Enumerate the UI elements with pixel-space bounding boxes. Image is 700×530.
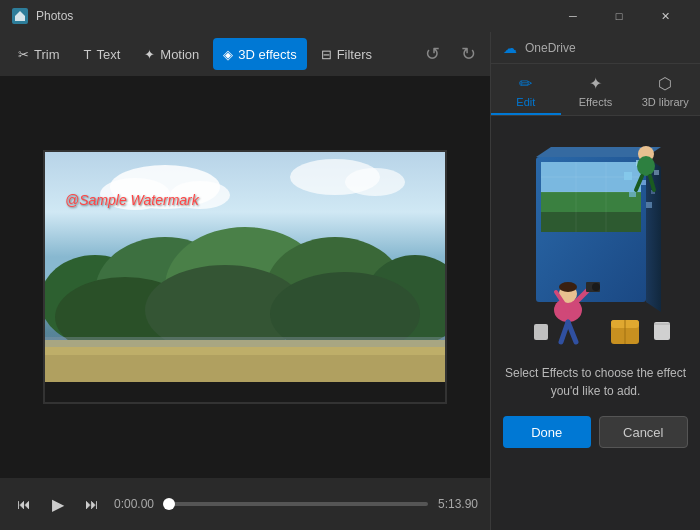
svg-point-40 (559, 282, 577, 292)
beach-scene-svg (45, 152, 445, 402)
svg-point-3 (100, 178, 170, 210)
time-end: 5:13.90 (438, 497, 478, 511)
3d-illustration (506, 132, 686, 352)
motion-icon: ✦ (144, 47, 155, 62)
close-button[interactable]: ✕ (642, 0, 688, 32)
effects-tab-icon: ✦ (589, 74, 602, 93)
app-icon (12, 8, 28, 24)
toolbar: ✂ Trim T Text ✦ Motion ◈ 3D effects ⊟ Fi… (0, 32, 490, 76)
app-title: Photos (36, 9, 550, 23)
text-icon: T (84, 47, 92, 62)
svg-rect-56 (534, 324, 548, 340)
onedrive-header: ☁ OneDrive (491, 32, 700, 64)
controls-bar: ⏮ ▶ ⏭ 0:00.00 5:13.90 (0, 478, 490, 530)
window-controls: ─ □ ✕ (550, 0, 688, 32)
right-tabs: ✏ Edit ✦ Effects ⬡ 3D library (491, 64, 700, 116)
video-background (45, 152, 445, 402)
edit-tab-icon: ✏ (519, 74, 532, 93)
trim-icon: ✂ (18, 47, 29, 62)
filters-icon: ⊟ (321, 47, 332, 62)
redo-button[interactable]: ↻ (454, 40, 482, 68)
progress-bar[interactable] (164, 502, 428, 506)
video-area: @Sample Watermark (0, 76, 490, 478)
svg-line-44 (568, 322, 576, 342)
tab-effects[interactable]: ✦ Effects (561, 64, 631, 115)
svg-rect-35 (646, 202, 652, 208)
time-current: 0:00.00 (114, 497, 154, 511)
skip-back-button[interactable]: ⏮ (12, 492, 36, 516)
progress-thumb[interactable] (163, 498, 175, 510)
title-bar: Photos ─ □ ✕ (0, 0, 700, 32)
tab-edit[interactable]: ✏ Edit (491, 64, 561, 115)
motion-button[interactable]: ✦ Motion (134, 38, 209, 70)
tab-3d-library[interactable]: ⬡ 3D library (630, 64, 700, 115)
maximize-button[interactable]: □ (596, 0, 642, 32)
action-buttons: Done Cancel (503, 416, 688, 448)
svg-rect-31 (624, 172, 632, 180)
illustration-svg (506, 132, 686, 352)
right-content: Select Effects to choose the effect you'… (491, 116, 700, 530)
left-panel: ✂ Trim T Text ✦ Motion ◈ 3D effects ⊟ Fi… (0, 32, 490, 530)
text-button[interactable]: T Text (74, 38, 131, 70)
svg-rect-26 (541, 212, 641, 232)
play-button[interactable]: ▶ (46, 492, 70, 516)
svg-rect-25 (541, 192, 641, 212)
effects-tab-label: Effects (579, 96, 612, 108)
cancel-button[interactable]: Cancel (599, 416, 689, 448)
undo-redo-group: ↺ ↻ (418, 40, 482, 68)
edit-tab-label: Edit (516, 96, 535, 108)
skip-forward-button[interactable]: ⏭ (80, 492, 104, 516)
undo-button[interactable]: ↺ (418, 40, 446, 68)
svg-point-48 (637, 156, 655, 176)
svg-point-46 (592, 283, 600, 291)
done-button[interactable]: Done (503, 416, 591, 448)
main-content: ✂ Trim T Text ✦ Motion ◈ 3D effects ⊟ Fi… (0, 32, 700, 530)
filters-button[interactable]: ⊟ Filters (311, 38, 382, 70)
svg-rect-19 (45, 382, 445, 402)
library-tab-icon: ⬡ (658, 74, 672, 93)
video-canvas: @Sample Watermark (45, 152, 445, 402)
minimize-button[interactable]: ─ (550, 0, 596, 32)
3d-effects-icon: ◈ (223, 47, 233, 62)
svg-point-6 (345, 168, 405, 196)
library-tab-label: 3D library (642, 96, 689, 108)
onedrive-icon: ☁ (503, 40, 517, 56)
svg-marker-21 (646, 157, 661, 312)
svg-rect-18 (45, 337, 445, 347)
trim-button[interactable]: ✂ Trim (8, 38, 70, 70)
right-panel: ☁ OneDrive ✏ Edit ✦ Effects ⬡ 3D library (490, 32, 700, 530)
svg-rect-36 (654, 170, 659, 175)
svg-rect-54 (654, 322, 670, 340)
svg-point-4 (170, 181, 230, 209)
video-container: @Sample Watermark (43, 150, 447, 404)
3d-effects-button[interactable]: ◈ 3D effects (213, 38, 306, 70)
right-description: Select Effects to choose the effect you'… (503, 364, 688, 400)
onedrive-label: OneDrive (525, 41, 576, 55)
